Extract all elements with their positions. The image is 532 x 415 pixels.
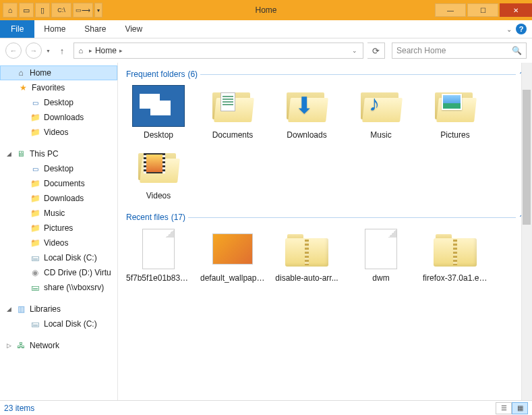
ribbon-expand-icon[interactable]: ⌄: [506, 26, 512, 33]
collapse-icon[interactable]: ◢: [5, 150, 12, 157]
ribbon-tabs: File Home Share View ⌄ ?: [0, 20, 532, 38]
tab-home[interactable]: Home: [34, 20, 75, 38]
qat-new-folder-icon[interactable]: ▯: [35, 3, 50, 18]
search-icon[interactable]: 🔍: [512, 46, 522, 55]
tree-label: This PC: [30, 149, 59, 159]
refresh-button[interactable]: ⟳: [367, 43, 385, 59]
item-music[interactable]: ♪ Music: [349, 84, 413, 140]
tree-pc-videos[interactable]: 📁Videos: [0, 236, 117, 250]
expand-icon[interactable]: ▷: [5, 342, 12, 349]
pc-icon: 🖥: [16, 148, 26, 159]
file-icon: [365, 229, 397, 269]
qat-properties-icon[interactable]: ▭: [19, 3, 34, 18]
section-title: Recent files: [126, 213, 169, 222]
view-mode-buttons: ☰ ▦: [496, 402, 528, 414]
qat-home-icon[interactable]: ⌂: [3, 3, 18, 18]
qat-dropdown-icon[interactable]: ▾: [94, 3, 102, 18]
maximize-button[interactable]: ☐: [467, 3, 498, 17]
section-divider: [188, 217, 516, 218]
tree-fav-desktop[interactable]: ▭Desktop: [0, 95, 117, 110]
search-box[interactable]: 🔍: [392, 43, 527, 59]
qat-cmd-icon[interactable]: C:\: [51, 3, 71, 18]
collapse-icon[interactable]: ◢: [5, 306, 12, 312]
details-view-button[interactable]: ☰: [496, 402, 512, 414]
tree-pc-music[interactable]: 📁Music: [0, 206, 117, 221]
recent-files-grid: 5f7b5f1e01b8376... default_wallpape... d…: [126, 227, 524, 283]
status-bar: 23 items ☰ ▦: [0, 400, 532, 415]
frequent-folders-grid: Desktop Documents ⬇ Downloads ♪ Music Pi…: [126, 84, 524, 200]
section-divider: [200, 74, 516, 75]
tree-lib-local-disk[interactable]: 🖴Local Disk (C:): [0, 316, 117, 331]
desktop-icon: ▭: [30, 163, 40, 174]
navigation-bar: ← → ▼ ↑ ⌂ ▸ Home ▸ ⌄ ⟳ 🔍: [0, 38, 532, 63]
tab-view[interactable]: View: [115, 20, 152, 38]
network-icon: 🖧: [16, 340, 26, 351]
image-file-icon: [212, 233, 253, 265]
scrollbar[interactable]: [521, 63, 532, 400]
tree-network[interactable]: ▷ 🖧 Network: [0, 338, 117, 353]
section-title: Frequent folders: [126, 70, 185, 79]
section-frequent-folders[interactable]: Frequent folders (6) ⌃: [126, 70, 524, 79]
up-button[interactable]: ↑: [55, 43, 69, 58]
tree-home[interactable]: ⌂ Home: [0, 65, 117, 80]
section-count: (17): [171, 213, 185, 222]
tree-fav-downloads[interactable]: 📁Downloads: [0, 110, 117, 125]
tree-pc-pictures[interactable]: 📁Pictures: [0, 221, 117, 236]
item-image[interactable]: default_wallpape...: [200, 227, 265, 283]
item-zip[interactable]: firefox-37.0a1.en...: [423, 227, 487, 283]
chevron-right-icon[interactable]: ▸: [119, 47, 123, 54]
address-location[interactable]: Home: [95, 46, 117, 55]
file-tab[interactable]: File: [0, 20, 34, 38]
scrollbar-thumb[interactable]: [523, 90, 531, 225]
back-button[interactable]: ←: [5, 43, 22, 59]
section-recent-files[interactable]: Recent files (17) ⌃: [126, 213, 524, 222]
tree-libraries[interactable]: ◢ ▥ Libraries: [0, 302, 117, 316]
tree-pc-documents[interactable]: 📁Documents: [0, 176, 117, 191]
tree-pc-local-disk[interactable]: 🖴Local Disk (C:): [0, 250, 117, 265]
help-icon[interactable]: ?: [516, 24, 527, 34]
item-pictures[interactable]: Pictures: [423, 84, 487, 140]
item-file[interactable]: dwm: [349, 227, 413, 283]
tree-pc-downloads[interactable]: 📁Downloads: [0, 191, 117, 206]
item-file[interactable]: 5f7b5f1e01b8376...: [126, 227, 191, 283]
title-bar: ⌂ ▭ ▯ C:\ ▭⟶ ▾ Home — ☐ ✕: [0, 0, 532, 20]
music-note-icon: ♪: [369, 92, 380, 114]
address-bar[interactable]: ⌂ ▸ Home ▸ ⌄: [73, 43, 363, 59]
content-pane[interactable]: Frequent folders (6) ⌃ Desktop Documents…: [118, 63, 532, 400]
minimize-button[interactable]: —: [435, 3, 466, 17]
zip-folder-icon: [285, 231, 328, 267]
item-desktop[interactable]: Desktop: [126, 84, 191, 140]
status-item-count: 23 items: [4, 404, 34, 413]
folder-icon: 📁: [30, 127, 40, 138]
disk-icon: 🖴: [30, 252, 40, 263]
desktop-icon: [132, 85, 185, 127]
tree-label: Favorites: [32, 83, 65, 92]
item-documents[interactable]: Documents: [200, 84, 265, 140]
tab-share[interactable]: Share: [75, 20, 115, 38]
folder-icon: 📁: [30, 208, 40, 219]
recent-locations-dropdown[interactable]: ▼: [46, 49, 51, 53]
network-drive-icon: 🖴: [30, 282, 40, 293]
item-zip[interactable]: disable-auto-arr...: [274, 227, 339, 283]
item-downloads[interactable]: ⬇ Downloads: [274, 84, 339, 140]
qat-ps-icon[interactable]: ▭⟶: [73, 3, 93, 18]
tree-label: Libraries: [30, 304, 61, 314]
search-input[interactable]: [396, 46, 512, 55]
tree-pc-cd-drive[interactable]: ◉CD Drive (D:) Virtu: [0, 265, 117, 280]
zip-folder-icon: [434, 231, 477, 267]
tree-fav-videos[interactable]: 📁Videos: [0, 125, 117, 140]
close-button[interactable]: ✕: [500, 3, 532, 17]
navigation-pane[interactable]: ⌂ Home ★ Favorites ▭Desktop 📁Downloads 📁…: [0, 63, 118, 400]
address-dropdown-icon[interactable]: ⌄: [348, 47, 361, 54]
tree-this-pc[interactable]: ◢ 🖥 This PC: [0, 146, 117, 161]
tree-favorites[interactable]: ★ Favorites: [0, 80, 117, 95]
forward-button[interactable]: →: [26, 43, 42, 59]
tree-label: Home: [30, 68, 51, 78]
tree-pc-desktop[interactable]: ▭Desktop: [0, 161, 117, 176]
chevron-right-icon[interactable]: ▸: [89, 47, 92, 54]
tree-pc-share[interactable]: 🖴share (\\vboxsrv): [0, 280, 117, 295]
folder-icon: [359, 88, 403, 123]
icons-view-button[interactable]: ▦: [512, 402, 528, 414]
item-videos[interactable]: Videos: [126, 145, 191, 200]
download-arrow-icon: ⬇: [295, 94, 314, 117]
